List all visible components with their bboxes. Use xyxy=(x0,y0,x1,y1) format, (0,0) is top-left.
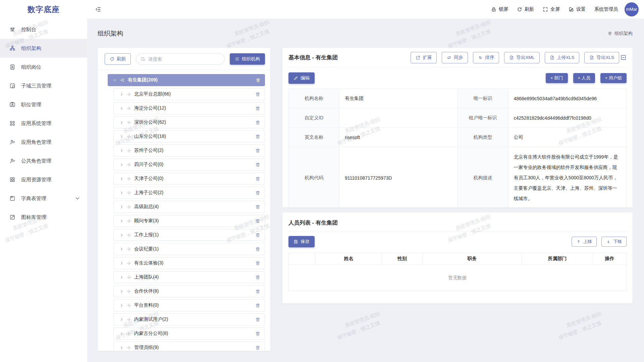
chevron-right-icon[interactable] xyxy=(119,92,124,97)
header-action[interactable]: 全屏 xyxy=(543,6,560,12)
chevron-right-icon[interactable] xyxy=(119,247,124,251)
add-button[interactable]: + 部门 xyxy=(546,73,568,83)
search-input[interactable] xyxy=(148,57,220,62)
header-action[interactable]: 设置 xyxy=(569,6,586,12)
toolbar-button[interactable]: 上传XLS xyxy=(545,52,580,63)
sidebar-item[interactable]: 公共角色管理 xyxy=(0,152,87,170)
drag-handle-icon[interactable] xyxy=(127,233,131,237)
toolbar-button[interactable]: 导出XML xyxy=(504,52,540,63)
trash-icon[interactable] xyxy=(255,176,260,181)
trash-icon[interactable] xyxy=(255,148,260,153)
avatar[interactable]: mMar xyxy=(625,2,639,16)
tree-node[interactable]: 内蒙测试用户(2) xyxy=(113,313,265,325)
chevron-right-icon[interactable] xyxy=(119,205,124,209)
org-structure-button[interactable]: 组织机构 xyxy=(230,53,265,65)
save-button[interactable]: 保存 xyxy=(288,236,315,247)
tree-node[interactable]: 上海团队(4) xyxy=(113,271,265,283)
sidebar-item[interactable]: 应用角色管理 xyxy=(0,133,87,152)
trash-icon[interactable] xyxy=(255,275,260,280)
chevron-right-icon[interactable] xyxy=(119,261,124,265)
sidebar-item[interactable]: 字典表管理 xyxy=(0,189,87,208)
toolbar-button[interactable]: 排序 xyxy=(473,52,499,63)
drag-handle-icon[interactable] xyxy=(127,205,131,209)
tree-node[interactable]: 会议纪要(1) xyxy=(113,243,265,255)
tree-node[interactable]: 四川子公司(0) xyxy=(113,159,265,171)
drag-handle-icon[interactable] xyxy=(127,261,131,265)
trash-icon[interactable] xyxy=(255,204,260,209)
tree-node[interactable]: 深圳分公司(62) xyxy=(113,116,265,128)
trash-icon[interactable] xyxy=(255,345,260,350)
sidebar-item[interactable]: 控制台 xyxy=(0,20,87,39)
drag-handle-icon[interactable] xyxy=(127,120,131,125)
drag-handle-icon[interactable] xyxy=(127,247,131,251)
tree-node[interactable]: 上海子公司(2) xyxy=(113,187,265,199)
trash-icon[interactable] xyxy=(255,106,260,111)
chevron-right-icon[interactable] xyxy=(119,317,124,322)
trash-icon[interactable] xyxy=(255,317,260,322)
drag-handle-icon[interactable] xyxy=(127,317,131,322)
sidebar-item[interactable]: 应用资源管理 xyxy=(0,170,87,189)
add-button[interactable]: + 人员 xyxy=(573,73,595,83)
trash-icon[interactable] xyxy=(255,134,260,139)
edit-button[interactable]: 编辑 xyxy=(288,72,315,84)
tree-node[interactable]: 北京平台总部(66) xyxy=(113,88,265,100)
drag-handle-icon[interactable] xyxy=(127,346,131,350)
chevron-right-icon[interactable] xyxy=(119,233,124,237)
chevron-right-icon[interactable] xyxy=(119,148,124,153)
tree-node[interactable]: 合作伙伴(8) xyxy=(113,285,265,297)
add-button[interactable]: + 用户组 xyxy=(600,73,627,83)
trash-icon[interactable] xyxy=(255,190,260,195)
drag-handle-icon[interactable] xyxy=(127,148,131,153)
drag-handle-icon[interactable] xyxy=(127,331,131,336)
trash-icon[interactable] xyxy=(255,261,260,266)
chevron-right-icon[interactable] xyxy=(119,346,124,350)
drag-handle-icon[interactable] xyxy=(127,134,131,139)
trash-icon[interactable] xyxy=(256,78,261,83)
trash-icon[interactable] xyxy=(255,162,260,167)
chevron-right-icon[interactable] xyxy=(119,275,124,280)
drag-handle-icon[interactable] xyxy=(127,219,131,223)
drag-handle-icon[interactable] xyxy=(127,191,131,195)
move-down-button[interactable]: 下移 xyxy=(601,237,627,247)
move-up-button[interactable]: 上移 xyxy=(572,237,597,247)
drag-handle-icon[interactable] xyxy=(127,92,131,97)
drag-handle-icon[interactable] xyxy=(127,275,131,280)
trash-icon[interactable] xyxy=(255,289,260,294)
chevron-right-icon[interactable] xyxy=(119,219,124,223)
chevron-right-icon[interactable] xyxy=(119,177,124,181)
refresh-tree-button[interactable]: 刷新 xyxy=(105,53,131,65)
chevron-right-icon[interactable] xyxy=(119,191,124,195)
toolbar-button[interactable]: 导出XLS xyxy=(584,52,619,63)
chevron-right-icon[interactable] xyxy=(119,120,124,125)
trash-icon[interactable] xyxy=(255,303,260,308)
toolbar-button[interactable]: 同步 xyxy=(442,52,468,63)
collapse-sidebar-icon[interactable] xyxy=(95,6,101,12)
tree-node[interactable]: 平台资料(0) xyxy=(113,299,265,311)
drag-handle-icon[interactable] xyxy=(127,106,131,111)
chevron-right-icon[interactable] xyxy=(119,163,124,167)
tree-node[interactable]: 高级副总(4) xyxy=(113,201,265,213)
trash-icon[interactable] xyxy=(255,92,260,97)
chevron-right-icon[interactable] xyxy=(119,303,124,308)
trash-icon[interactable] xyxy=(255,247,260,252)
tree-node[interactable]: 海淀分公司(12) xyxy=(113,102,265,114)
sidebar-item[interactable]: 组织岗位 xyxy=(0,58,87,76)
chevron-right-icon[interactable] xyxy=(119,106,124,111)
toolbar-button[interactable]: 扩展 xyxy=(411,52,437,63)
trash-icon[interactable] xyxy=(255,219,260,224)
drag-handle-icon[interactable] xyxy=(127,163,131,167)
current-user[interactable]: 系统管理员 xyxy=(594,6,618,12)
drag-handle-icon[interactable] xyxy=(127,289,131,294)
chevron-right-icon[interactable] xyxy=(119,331,124,336)
drag-handle-icon[interactable] xyxy=(127,303,131,308)
tree-node[interactable]: 天津子公司(0) xyxy=(113,173,265,185)
sidebar-item[interactable]: 组织架构 xyxy=(0,39,87,58)
sidebar-item[interactable]: 子域三员管理 xyxy=(0,76,87,95)
sidebar-item[interactable]: 图标库管理 xyxy=(0,208,87,227)
sidebar-item[interactable]: 职位管理 xyxy=(0,95,87,114)
chevron-right-icon[interactable] xyxy=(119,289,124,294)
chevron-right-icon[interactable] xyxy=(119,134,124,139)
tree-node[interactable]: 山东分公司(18) xyxy=(113,130,265,142)
header-action[interactable]: 锁屏 xyxy=(491,6,508,12)
tree-root-node[interactable]: 有生集团(209) xyxy=(108,74,265,86)
